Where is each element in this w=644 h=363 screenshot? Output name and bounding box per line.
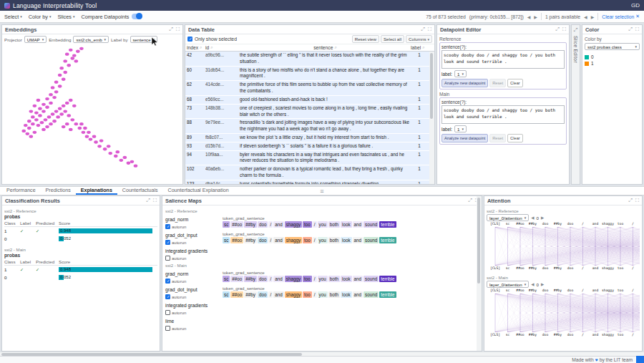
column-header-id[interactable]: id⌕ xyxy=(205,45,240,50)
clear-button[interactable]: Clear xyxy=(507,79,523,87)
maximize-icon[interactable]: ⛶ xyxy=(153,198,157,203)
tab-counterfactuals[interactable]: Counterfactuals xyxy=(117,187,163,195)
next-head-icon[interactable]: ▶ xyxy=(541,282,544,286)
table-row[interactable]: 89 fb8c07... we know the plot 's a littl… xyxy=(185,134,429,142)
maximize-icon[interactable]: ⛶ xyxy=(562,26,566,32)
prev-pair-icon[interactable]: ◀ xyxy=(584,14,587,19)
table-row[interactable]: 88 9e79ee... fresnadillo 's dark and jol… xyxy=(185,119,429,134)
search-icon[interactable]: ⌕ xyxy=(210,45,213,50)
reset-button[interactable]: Reset xyxy=(489,134,506,142)
compare-datapoints-toggle[interactable]: Compare Datapoints xyxy=(81,14,142,20)
only-show-selected-checkbox[interactable]: Only show selected xyxy=(187,37,237,42)
cell-label: 1 xyxy=(411,105,428,118)
clear-button[interactable]: Clear xyxy=(507,134,523,142)
clear-selection-button[interactable]: Clear selection✕ xyxy=(602,14,640,19)
autorun-toggle[interactable]: autorun xyxy=(165,294,223,299)
attention-visualization[interactable]: [CLS]sc##oo##bydoo##bydoo/andshaggytoo/y… xyxy=(487,222,640,271)
tab-explanations[interactable]: Explanations xyxy=(76,187,117,195)
slices-menu[interactable]: Slices▾ xyxy=(57,14,74,20)
reset-view-button[interactable]: Reset view xyxy=(352,35,379,43)
tab-performance[interactable]: Performance xyxy=(1,187,41,195)
popout-icon[interactable]: ⤢ xyxy=(628,26,633,32)
user-avatar[interactable]: GD xyxy=(631,2,640,9)
maximize-icon[interactable]: ⛶ xyxy=(428,26,431,32)
popout-icon: ⤢ xyxy=(574,27,578,33)
next-pair-icon[interactable]: ▶ xyxy=(591,14,595,19)
attention-visualization[interactable]: [CLS]sc##oo##bydoo##bydoo/andshaggytoo/y… xyxy=(487,289,640,338)
analyze-new-datapoint-button[interactable]: Analyze new datapoint xyxy=(441,134,488,142)
column-header-label[interactable]: label⌕ xyxy=(411,45,428,50)
autorun-toggle[interactable]: autorun xyxy=(165,326,223,331)
reset-button[interactable]: Reset xyxy=(489,79,506,87)
scrollbar-thumb[interactable] xyxy=(430,53,433,119)
select-menu[interactable]: Select▾ xyxy=(4,14,22,20)
cell-label: 1 xyxy=(411,181,428,184)
label-select[interactable]: 1▾ xyxy=(454,125,467,132)
salience-token: both xyxy=(328,291,340,298)
color-by-menu[interactable]: Color by▾ xyxy=(29,14,52,20)
sentence-textarea[interactable]: scooby dooby doo / and shaggy too / you … xyxy=(441,50,565,69)
table-row[interactable]: 73 148b38... one of creepiest , scariest… xyxy=(185,105,429,120)
checkbox-icon xyxy=(165,326,170,331)
cell-label: 1 xyxy=(411,120,428,132)
salience-token: ##by xyxy=(244,221,257,228)
autorun-toggle[interactable]: autorun xyxy=(165,256,223,261)
popout-icon[interactable]: ⤢ xyxy=(146,198,150,203)
embedding-projection-plot[interactable] xyxy=(2,44,182,184)
prev-datapoint-icon[interactable]: ◀ xyxy=(527,14,531,19)
table-row[interactable]: 94 10f9aa... byler reveals his character… xyxy=(185,151,429,166)
attention-layer-select[interactable]: layer_0/attention▾ xyxy=(487,281,529,288)
search-icon[interactable]: ⌕ xyxy=(334,45,336,50)
prev-head-icon[interactable]: ◀ xyxy=(531,282,534,286)
column-header-index[interactable]: index⌕ xyxy=(187,45,205,50)
table-row[interactable]: 123 dba14c... turns potentially forgetta… xyxy=(185,180,429,184)
search-icon[interactable]: ⌕ xyxy=(200,45,202,50)
datapoint-editor-body: Reference sentence(?): scooby dooby doo … xyxy=(437,34,569,184)
projector-select[interactable]: UMAP▾ xyxy=(24,36,47,43)
autorun-toggle[interactable]: autorun xyxy=(165,279,223,284)
toggle-switch-icon[interactable] xyxy=(132,14,142,19)
table-row[interactable]: 42 a9bc96... the subtle strength of `` e… xyxy=(185,52,429,67)
analyze-new-datapoint-button[interactable]: Analyze new datapoint xyxy=(441,79,488,87)
salience-token: and xyxy=(353,276,364,282)
salience-scrollbar[interactable] xyxy=(477,196,482,351)
maximize-icon[interactable]: ⛶ xyxy=(635,26,639,32)
table-row[interactable]: 102 40a6eb... nother parker or donovan i… xyxy=(185,165,429,180)
prev-head-icon[interactable]: ◀ xyxy=(531,216,534,220)
popout-icon[interactable]: ⤢ xyxy=(421,26,425,32)
autorun-toggle[interactable]: autorun xyxy=(165,224,223,229)
label-by-select[interactable]: sentence▾ xyxy=(130,36,158,43)
bottom-module-region: Classification Results ⤢⛶ sst2 - Referen… xyxy=(0,195,644,352)
popout-icon[interactable]: ⤢ xyxy=(468,198,472,203)
label-select[interactable]: 1▾ xyxy=(454,70,467,77)
embedding-select[interactable]: sst2:cls_emb▾ xyxy=(73,36,109,43)
maximize-icon[interactable]: ⛶ xyxy=(635,198,639,203)
table-scrollbar[interactable] xyxy=(429,52,434,184)
attention-layer-select[interactable]: layer_0/attention▾ xyxy=(487,214,529,221)
columns-button[interactable]: Columns▾ xyxy=(406,35,432,43)
sentence-textarea[interactable]: scooby dooby doo / and shaggy too / you … xyxy=(441,105,565,124)
toolbar-divider xyxy=(541,13,542,20)
popout-icon[interactable]: ⤢ xyxy=(169,26,173,32)
popout-icon[interactable]: ⤢ xyxy=(555,26,560,32)
select-all-button[interactable]: Select all xyxy=(381,35,404,43)
projector-label: Projector xyxy=(4,37,22,42)
popout-icon[interactable]: ⤢ xyxy=(628,198,633,203)
table-row[interactable]: 93 d15b7d... if steven soderbergh 's `` … xyxy=(185,142,429,151)
tab-counterfactual-explanation[interactable]: Counterfactual Explanation xyxy=(163,187,234,195)
scrollbar-thumb[interactable] xyxy=(477,198,480,284)
autorun-toggle[interactable]: autorun xyxy=(165,240,223,245)
next-datapoint-icon[interactable]: ▶ xyxy=(534,14,537,19)
table-row[interactable]: 68 e569cc... good old-fashioned slash-an… xyxy=(185,96,429,105)
column-header-sentence[interactable]: sentence⌕ xyxy=(240,45,411,50)
classification-header-row: ClassLabelPredictedScore xyxy=(4,258,157,266)
table-row[interactable]: 62 414cde... the primitive force of this… xyxy=(185,81,429,96)
slice-editor-collapsed-tab[interactable]: ⤢ Slice Editor xyxy=(571,24,580,185)
maximize-icon[interactable]: ⛶ xyxy=(176,26,180,32)
tab-predictions[interactable]: Predictions xyxy=(41,187,76,195)
table-row[interactable]: 60 31db54... this is a story of two misf… xyxy=(185,67,429,82)
autorun-toggle[interactable]: autorun xyxy=(165,310,223,315)
next-head-icon[interactable]: ▶ xyxy=(541,216,544,220)
color-by-select[interactable]: sst2 probas class▾ xyxy=(585,43,640,50)
search-icon[interactable]: ⌕ xyxy=(422,45,424,50)
